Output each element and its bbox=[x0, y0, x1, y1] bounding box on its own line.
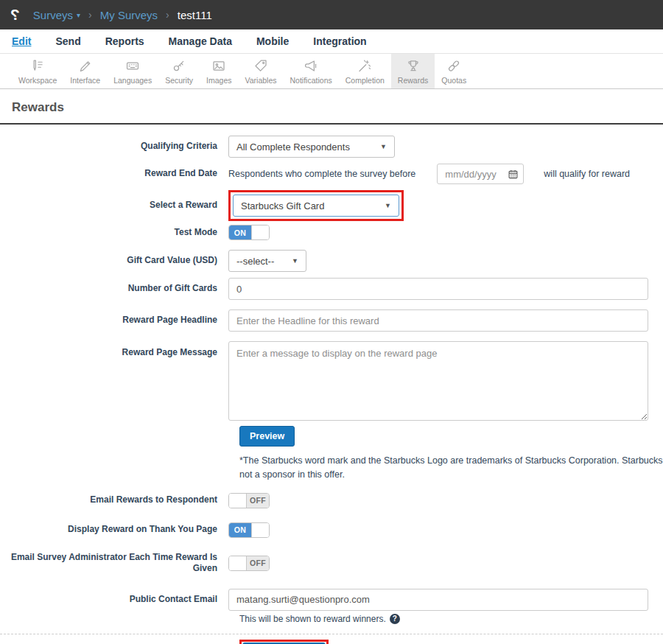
public-email-help-text: This will be shown to reward winners. bbox=[239, 614, 386, 624]
toggle-track bbox=[229, 494, 247, 508]
end-date-field-wrap bbox=[437, 164, 524, 184]
tag-icon bbox=[252, 58, 270, 74]
picture-icon bbox=[210, 58, 228, 74]
toolbar-item-label: Security bbox=[165, 76, 193, 85]
public-contact-email-row: Public Contact Email bbox=[0, 589, 663, 611]
trophy-icon bbox=[404, 58, 422, 74]
tab-manage-data[interactable]: Manage Data bbox=[169, 35, 232, 47]
toolbar-item-rewards[interactable]: Rewards bbox=[391, 54, 435, 88]
pen-icon bbox=[77, 58, 94, 74]
tab-send[interactable]: Send bbox=[55, 35, 80, 47]
preview-row: Preview bbox=[239, 426, 663, 447]
toolbar-item-quotas[interactable]: Quotas bbox=[435, 54, 473, 88]
toolbar-item-notifications[interactable]: Notifications bbox=[284, 54, 339, 88]
tab-edit[interactable]: Edit bbox=[12, 35, 31, 47]
toolbar-item-label: Completion bbox=[345, 76, 385, 85]
qualifying-criteria-row: Qualifying Criteria All Complete Respond… bbox=[0, 136, 663, 158]
rewards-form: Qualifying Criteria All Complete Respond… bbox=[0, 125, 663, 644]
email-rewards-row: Email Rewards to Respondent OFF bbox=[0, 493, 663, 508]
toggle-state-label: ON bbox=[229, 523, 251, 537]
starbucks-disclaimer-text: *The Starbucks word mark and the Starbuc… bbox=[239, 454, 663, 483]
toolbar-item-interface[interactable]: Interface bbox=[63, 54, 107, 88]
gift-card-value-label: Gift Card Value (USD) bbox=[0, 255, 228, 267]
gift-card-value-select[interactable]: --select-- ▼ bbox=[228, 250, 306, 272]
toolbar-item-security[interactable]: Security bbox=[158, 54, 200, 88]
reward-end-date-row: Reward End Date Respondents who complete… bbox=[0, 164, 663, 184]
select-reward-label: Select a Reward bbox=[0, 200, 228, 211]
test-mode-row: Test Mode ON bbox=[0, 225, 663, 240]
toolbar-item-label: Variables bbox=[245, 76, 277, 85]
page-title: Rewards bbox=[0, 89, 663, 123]
reward-page-message-textarea[interactable] bbox=[228, 341, 648, 421]
magic-wand-icon bbox=[356, 58, 373, 74]
test-mode-label: Test Mode bbox=[0, 227, 228, 239]
email-admin-toggle[interactable]: OFF bbox=[228, 556, 270, 571]
select-reward-select[interactable]: Starbucks Gift Card ▼ bbox=[233, 195, 399, 217]
number-of-gift-cards-row: Number of Gift Cards bbox=[0, 278, 663, 300]
toggle-state-label: OFF bbox=[247, 494, 269, 508]
breadcrumb-separator-icon: › bbox=[88, 9, 92, 21]
questionpro-logo[interactable]: ? bbox=[10, 6, 20, 24]
keyboard-icon bbox=[124, 58, 141, 74]
toolbar-item-languages[interactable]: Languages bbox=[107, 54, 158, 88]
select-caret-icon: ▼ bbox=[380, 143, 387, 150]
public-contact-email-input[interactable] bbox=[228, 589, 648, 611]
calendar-icon[interactable] bbox=[508, 169, 518, 179]
test-mode-toggle[interactable]: ON bbox=[228, 225, 270, 240]
email-rewards-toggle[interactable]: OFF bbox=[228, 493, 270, 508]
save-row: Save Changes bbox=[239, 640, 663, 644]
reward-page-headline-row: Reward Page Headline bbox=[0, 309, 663, 332]
select-reward-value: Starbucks Gift Card bbox=[241, 200, 324, 211]
tab-mobile[interactable]: Mobile bbox=[256, 35, 289, 47]
display-reward-toggle[interactable]: ON bbox=[228, 522, 270, 538]
public-email-help-row: This will be shown to reward winners. ? bbox=[239, 614, 663, 624]
tab-reports[interactable]: Reports bbox=[105, 35, 144, 47]
breadcrumb-surveys[interactable]: Surveys bbox=[33, 9, 73, 21]
edit-toolbar: Workspace Interface Languages Security I… bbox=[0, 54, 663, 89]
reward-page-headline-label: Reward Page Headline bbox=[0, 315, 228, 326]
public-contact-email-label: Public Contact Email bbox=[0, 594, 228, 606]
dashed-divider bbox=[0, 634, 663, 634]
reward-page-message-label: Reward Page Message bbox=[0, 341, 228, 359]
top-bar: ? Surveys ▾ › My Surveys › test111 bbox=[0, 0, 663, 29]
qualifying-criteria-select[interactable]: All Complete Respondents ▼ bbox=[228, 136, 395, 158]
number-of-gift-cards-input[interactable] bbox=[228, 278, 648, 300]
email-admin-label: Email Survey Administrator Each Time Rew… bbox=[0, 552, 228, 575]
toolbar-item-label: Images bbox=[206, 76, 231, 85]
toolbar-item-label: Quotas bbox=[441, 76, 466, 85]
megaphone-icon bbox=[302, 58, 320, 74]
toolbar-item-completion[interactable]: Completion bbox=[339, 54, 391, 88]
breadcrumb-current-survey: test111 bbox=[178, 9, 212, 21]
key-icon bbox=[170, 58, 188, 74]
breadcrumb-separator-icon: › bbox=[166, 9, 169, 21]
toolbar-item-label: Interface bbox=[70, 76, 100, 85]
pencil-notes-icon bbox=[29, 58, 46, 74]
help-question-icon[interactable]: ? bbox=[390, 614, 400, 624]
toolbar-item-workspace[interactable]: Workspace bbox=[12, 54, 63, 88]
number-of-gift-cards-label: Number of Gift Cards bbox=[0, 283, 228, 295]
main-tab-bar: Edit Send Reports Manage Data Mobile Int… bbox=[0, 29, 663, 54]
email-admin-row: Email Survey Administrator Each Time Rew… bbox=[0, 552, 663, 575]
reward-page-headline-input[interactable] bbox=[228, 309, 648, 332]
select-caret-icon: ▼ bbox=[292, 257, 298, 265]
end-date-suffix-text: will qualify for reward bbox=[544, 169, 630, 179]
toolbar-item-images[interactable]: Images bbox=[200, 54, 238, 88]
email-rewards-label: Email Rewards to Respondent bbox=[0, 494, 228, 506]
toolbar-item-label: Languages bbox=[113, 76, 152, 85]
preview-button[interactable]: Preview bbox=[239, 426, 295, 447]
gift-card-value-row: Gift Card Value (USD) --select-- ▼ bbox=[0, 250, 663, 272]
tab-integration[interactable]: Integration bbox=[313, 35, 366, 47]
gift-card-value-value: --select-- bbox=[236, 256, 274, 267]
annotation-highlight-box: Save Changes bbox=[239, 640, 329, 644]
chevron-down-icon[interactable]: ▾ bbox=[77, 11, 80, 19]
toolbar-item-variables[interactable]: Variables bbox=[239, 54, 284, 88]
display-reward-row: Display Reward on Thank You Page ON bbox=[0, 522, 663, 538]
toolbar-item-label: Workspace bbox=[18, 76, 57, 85]
toolbar-item-label: Notifications bbox=[290, 76, 332, 85]
annotation-highlight-box: Starbucks Gift Card ▼ bbox=[228, 190, 404, 221]
toggle-state-label: OFF bbox=[247, 556, 269, 570]
end-date-prefix-text: Respondents who complete the survey befo… bbox=[228, 169, 415, 179]
select-reward-row: Select a Reward Starbucks Gift Card ▼ bbox=[0, 190, 663, 221]
toggle-state-label: ON bbox=[229, 225, 251, 239]
breadcrumb-my-surveys[interactable]: My Surveys bbox=[100, 9, 158, 21]
